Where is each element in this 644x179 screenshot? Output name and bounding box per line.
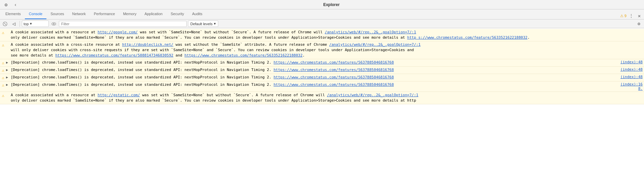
entry-right-link[interactable]: /analytics/web/#/rep..2&_.goalOption=7/:… (325, 30, 416, 34)
context-selector[interactable]: top ▾ (22, 21, 49, 27)
warning-icon: ⚠ (0, 42, 6, 48)
entry-location[interactable]: (index):48 (616, 67, 643, 72)
default-levels-dropdown-icon: ▾ (214, 22, 216, 26)
console-entry-text: A cookie associated with a cross-site re… (11, 42, 643, 58)
console-entry: ⚠ ▶ [Deprecation] chrome.loadTimes() is … (0, 59, 644, 67)
expand-button[interactable]: ▶ (6, 75, 11, 79)
eye-icon-button[interactable] (50, 20, 58, 28)
tab-elements[interactable]: Elements (1, 9, 25, 19)
tab-sources[interactable]: Sources (46, 9, 68, 19)
navigate-back-button[interactable]: ◁ (10, 20, 17, 28)
clear-icon (3, 22, 7, 26)
tab-security[interactable]: Security (166, 9, 188, 19)
tab-memory[interactable]: Memory (119, 9, 141, 19)
context-dropdown-icon: ▾ (30, 22, 32, 26)
console-entry: ⚠ A cookie associated with a resource at… (0, 92, 644, 104)
entry-link-2[interactable]: https://www.chromestatus.com/feature/508… (55, 53, 173, 58)
entry-right-link[interactable]: /analytics/web/#/rep..2&_.goalOption=7/:… (327, 93, 418, 97)
entry-location[interactable]: (index):48 (616, 60, 643, 64)
entry-location[interactable]: (index):48 (616, 75, 643, 79)
entry-location[interactable]: (index):168. (616, 82, 643, 91)
console-entry: ⚠ A cookie associated with a cross-site … (0, 41, 644, 59)
warning-icon: ⚠ (0, 93, 6, 98)
context-value: top (24, 22, 29, 26)
gear-button[interactable]: ⚙ (2, 1, 10, 9)
tab-network[interactable]: Network (68, 9, 90, 19)
entry-link-2[interactable]: http s://www.chromestatus.com/feature/56… (407, 35, 528, 40)
eye-icon (51, 22, 56, 26)
console-entry: ⚠ ▶ [Deprecation] chrome.loadTimes() is … (0, 67, 644, 74)
entry-link[interactable]: https://www.chromestatus.com/features/56… (273, 82, 394, 87)
console-entry-text: [Deprecation] chrome.loadTimes() is depr… (11, 75, 613, 80)
entry-link-3[interactable]: https://www.chromestatus.com/feature/563… (185, 53, 303, 58)
warning-icon: ⚠ (0, 30, 6, 35)
console-entry: ⚠ A cookie associated with a resource at… (0, 29, 644, 41)
svg-line-1 (4, 23, 6, 25)
console-toolbar: ◁ top ▾ Default levels ▾ ⚙ (0, 20, 644, 28)
tab-bar: Elements Console Sources Network Perform… (0, 9, 644, 20)
expand-placeholder (6, 93, 11, 93)
warning-count-badge: ⚠ 9 (620, 14, 627, 18)
console-entry-text: [Deprecation] chrome.loadTimes() is depr… (11, 60, 613, 65)
tab-console[interactable]: Console (25, 9, 46, 19)
entry-link[interactable]: https://www.chromestatus.com/features/56… (273, 75, 394, 79)
entry-link[interactable]: http://gstatic.com/ (98, 93, 140, 97)
explorer-label: Explorer (21, 2, 642, 7)
toolbar-separator (20, 21, 20, 27)
close-devtools-button[interactable]: ✕ (636, 12, 643, 19)
warning-icon: ⚠ (0, 82, 6, 88)
console-entry-text: A cookie associated with a resource at h… (11, 30, 643, 40)
entry-link[interactable]: https://www.chromestatus.com/features/56… (273, 60, 394, 65)
console-entry: ⚠ ▶ [Deprecation] chrome.loadTimes() is … (0, 74, 644, 81)
warning-icon: ⚠ (0, 60, 6, 66)
expand-placeholder (6, 30, 11, 30)
console-entry-text: [Deprecation] chrome.loadTimes() is depr… (11, 82, 613, 87)
warning-icon: ⚠ (0, 68, 6, 73)
expand-button[interactable]: ▶ (6, 60, 11, 64)
back-button[interactable]: ‹ (11, 1, 20, 9)
default-levels-selector[interactable]: Default levels ▾ (188, 21, 218, 27)
entry-link[interactable]: https://www.chromestatus.com/features/56… (273, 68, 394, 72)
tab-performance[interactable]: Performance (90, 9, 119, 19)
console-entry-text: A cookie associated with a resource at h… (11, 93, 643, 103)
console-entry: ⚠ ▶ [Deprecation] chrome.loadTimes() is … (0, 81, 644, 92)
tab-application[interactable]: Application (141, 9, 167, 19)
entry-link[interactable]: http://doubleclick.net/ (122, 42, 173, 47)
expand-button[interactable]: ▶ (6, 82, 11, 86)
entry-link[interactable]: http://google.com/ (98, 30, 138, 34)
tab-audits[interactable]: Audits (188, 9, 206, 19)
filter-input[interactable] (59, 21, 187, 27)
svg-point-3 (53, 23, 54, 25)
default-levels-label: Default levels (190, 22, 213, 26)
warning-icon: ⚠ (0, 75, 6, 80)
top-toolbar: ⚙ ‹ Explorer (0, 0, 644, 9)
entry-right-link[interactable]: /analytics/web/#/rep..2&_.goalOption=7/:… (329, 42, 421, 47)
console-entry-text: [Deprecation] chrome.loadTimes() is depr… (11, 67, 613, 73)
console-settings-button[interactable]: ⚙ (635, 20, 643, 28)
expand-placeholder (6, 42, 11, 43)
clear-console-button[interactable] (1, 20, 9, 28)
console-content: ⚠ A cookie associated with a resource at… (0, 28, 644, 179)
expand-button[interactable]: ▶ (6, 67, 11, 72)
more-icon[interactable]: ⋮ (628, 12, 635, 19)
